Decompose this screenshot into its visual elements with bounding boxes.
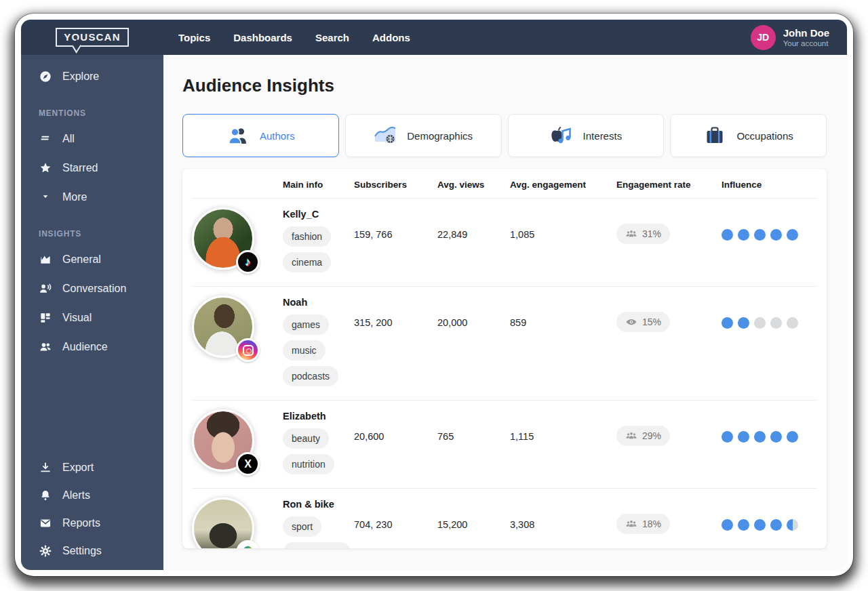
subscribers-value: 20,600 [354,431,437,442]
topic-tag[interactable]: games [283,314,329,335]
demographics-icon [374,125,397,146]
section-title-mentions: MENTIONS [39,108,163,118]
sidebar-item-label: Settings [62,545,102,557]
user-avatar[interactable]: JD [751,25,776,50]
author-avatar[interactable] [192,497,257,548]
influence-dot [722,431,733,443]
subscribers-value: 704, 230 [354,519,437,530]
topic-tag[interactable]: fashion [283,226,331,247]
influence-dot [738,431,749,443]
nav-dashboards[interactable]: Dashboards [233,32,292,43]
subscribers-value: 159, 766 [354,229,437,240]
sidebar-item-starred[interactable]: Starred [39,161,163,175]
influence-dot [722,317,733,329]
sidebar-item-conversation[interactable]: Conversation [39,282,163,296]
download-icon [39,461,52,474]
sidebar-item-reports[interactable]: Reports [39,516,163,530]
sidebar-item-general[interactable]: General [39,253,163,266]
sidebar-item-export[interactable]: Export [39,461,163,474]
insight-tabs: Authors Demographics Interests Occupatio… [182,114,827,157]
avg-engagement-value: 3,308 [510,519,616,530]
sidebar-item-alerts[interactable]: Alerts [39,489,163,502]
engagement-rate-value: 29% [642,430,661,441]
tab-label: Authors [260,130,295,142]
topic-tag[interactable]: beauty [283,428,329,449]
sidebar-item-label: Alerts [62,489,90,502]
column-avg-engagement: Avg. engagement [510,180,616,190]
chart-icon [39,253,52,266]
table-row[interactable]: ♪ Kelly_C fashion cinema 159, 766 22,849… [192,199,817,287]
sidebar-item-label: Starred [62,162,98,174]
topic-tag[interactable]: cinema [283,252,331,272]
topic-tag[interactable]: sport [283,516,321,537]
user-account-menu[interactable]: JD John Doe Your account [751,25,829,50]
grid-icon [39,311,52,325]
nav-search[interactable]: Search [315,32,349,43]
influence-dot [787,519,798,531]
column-subscribers: Subscribers [354,180,437,190]
column-avg-views: Avg. views [437,180,510,190]
engagement-rate-value: 18% [642,518,661,529]
table-row[interactable]: Ron & bike sport cycling race 704, 230 1… [192,489,817,548]
avg-engagement-value: 1,115 [510,431,616,442]
author-name[interactable]: Kelly_C [283,209,354,220]
briefcase-icon [703,125,726,146]
tab-demographics[interactable]: Demographics [345,114,502,157]
gear-icon [39,544,52,558]
user-subtitle: Your account [783,39,829,47]
people-icon [625,519,637,529]
author-name[interactable]: Noah [283,297,354,308]
sidebar-item-explore[interactable]: Explore [39,70,163,83]
column-engagement-rate: Engagement rate [616,180,722,190]
topic-tag[interactable]: cycling race [283,542,351,548]
sidebar-item-settings[interactable]: Settings [39,544,163,558]
influence-dot [738,229,749,241]
influence-dot [787,431,798,443]
author-avatar[interactable]: X [192,409,257,474]
instagram-icon [236,338,260,362]
author-name[interactable]: Ron & bike [283,499,354,510]
logo-zone: YOUSCAN [21,28,163,47]
column-main-info: Main info [283,180,354,190]
youscan-app: YOUSCAN Topics Dashboards Search Addons … [21,20,847,570]
nav-topics[interactable]: Topics [178,32,210,43]
table-row[interactable]: Noah games music podcasts 315, 200 20,00… [192,287,817,401]
avg-views-value: 765 [437,431,510,442]
user-info: John Doe Your account [783,27,829,47]
topic-tag[interactable]: nutrition [283,454,334,474]
sidebar-item-all[interactable]: All [39,132,163,146]
people-icon [625,431,637,441]
author-avatar[interactable]: ♪ [192,207,257,272]
author-name[interactable]: Elizabeth [283,411,354,422]
user-name: John Doe [783,27,829,39]
engagement-rate-badge: 29% [616,426,670,446]
influence-dot [754,519,766,531]
tab-interests[interactable]: Interests [508,114,665,157]
youscan-logo[interactable]: YOUSCAN [56,28,128,47]
sidebar-item-audience[interactable]: Audience [39,340,163,354]
bell-icon [39,489,52,502]
topic-tag[interactable]: music [283,340,326,361]
sidebar-item-visual[interactable]: Visual [39,311,163,325]
influence-dot [770,431,782,443]
authors-table-card: Main info Subscribers Avg. views Avg. en… [182,169,827,548]
sidebar-item-more[interactable]: More [39,190,163,204]
top-navigation: Topics Dashboards Search Addons [178,32,410,43]
subscribers-value: 315, 200 [354,317,437,328]
engagement-rate-value: 15% [642,317,661,327]
influence-dot [738,519,749,531]
nav-addons[interactable]: Addons [372,32,410,43]
mentions-list-icon [39,132,52,146]
influence-rating [722,519,817,531]
table-row[interactable]: X Elizabeth beauty nutrition 20,600 765 … [192,401,817,489]
sidebar-item-label: Reports [62,517,100,529]
topic-tag[interactable]: podcasts [283,366,338,386]
tab-occupations[interactable]: Occupations [670,114,827,157]
influence-dot [770,519,782,531]
star-icon [39,161,52,175]
sidebar-item-label: All [62,133,75,145]
influence-dot [754,317,766,329]
author-avatar[interactable] [192,296,257,361]
tiktok-icon: ♪ [236,250,260,274]
tab-authors[interactable]: Authors [182,114,339,157]
